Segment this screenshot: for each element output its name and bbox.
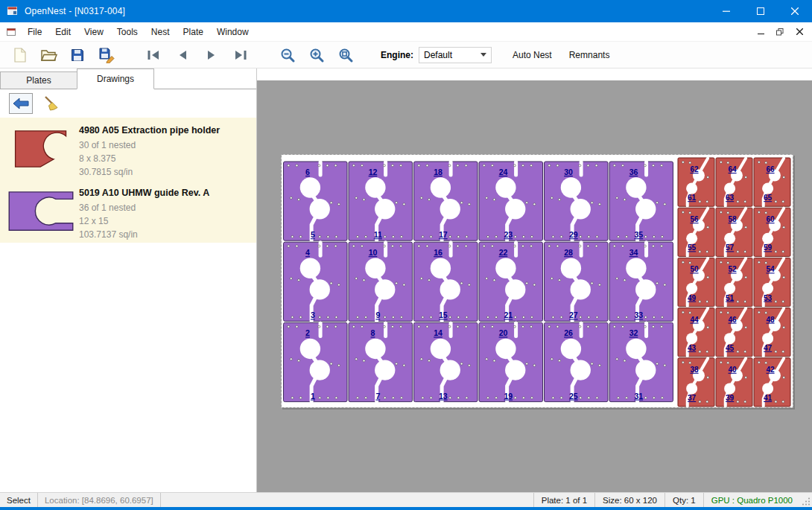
menu-bar: File Edit View Tools Nest Plate Window (0, 22, 812, 42)
nested-purple-pair[interactable]: 65 (284, 162, 348, 240)
nested-purple-pair[interactable]: 21 (284, 322, 348, 401)
nested-red-pair[interactable]: 5251 (716, 258, 752, 306)
part-area: 30.7815 sq/in (79, 165, 220, 179)
nested-red-pair[interactable]: 6665 (754, 158, 790, 206)
menu-item-nest[interactable]: Nest (145, 24, 177, 40)
svg-text:52: 52 (728, 265, 737, 273)
menu-item-window[interactable]: Window (210, 24, 256, 40)
nested-red-pair[interactable]: 4443 (678, 308, 714, 357)
close-button[interactable] (778, 0, 812, 22)
new-button[interactable] (7, 44, 31, 66)
nested-red-pair[interactable]: 5049 (678, 258, 714, 306)
nested-purple-pair[interactable]: 87 (349, 322, 413, 401)
nest-plate-svg[interactable]: 6512111817242330293635431091615222128273… (281, 154, 793, 408)
menu-item-edit[interactable]: Edit (48, 24, 77, 40)
engine-select[interactable]: Default (419, 47, 492, 63)
mdi-minimize-button[interactable] (752, 25, 769, 39)
svg-text:55: 55 (688, 243, 697, 252)
nested-red-pair[interactable]: 4039 (716, 358, 752, 407)
nested-red-pair[interactable]: 5655 (678, 208, 714, 256)
nested-purple-pair[interactable]: 1211 (349, 162, 413, 240)
nested-red-pair[interactable]: 4847 (754, 308, 790, 357)
import-drawing-button[interactable] (9, 93, 33, 114)
close-icon (791, 7, 799, 15)
menu-item-file[interactable]: File (21, 24, 48, 40)
part-item-uhmw-guide[interactable]: 5019 A10 UHMW guide Rev. A 36 of 1 neste… (0, 180, 256, 243)
nested-purple-pair[interactable]: 2221 (479, 242, 543, 321)
nav-next-button[interactable] (200, 44, 223, 66)
nested-red-pair[interactable]: 6059 (754, 208, 790, 256)
svg-text:18: 18 (434, 168, 443, 176)
nested-purple-pair[interactable]: 2827 (545, 242, 609, 321)
tab-drawings[interactable]: Drawings (77, 68, 154, 89)
nav-first-button[interactable] (142, 44, 165, 66)
part-nested-count: 36 of 1 nested (79, 201, 209, 214)
svg-text:35: 35 (634, 230, 643, 239)
svg-text:11: 11 (374, 230, 382, 239)
svg-text:51: 51 (726, 294, 735, 302)
svg-text:29: 29 (569, 230, 578, 239)
nested-purple-pair[interactable]: 1817 (414, 162, 478, 240)
nested-red-pair[interactable]: 4241 (754, 358, 790, 407)
minimize-button[interactable] (709, 0, 743, 22)
menu-item-plate[interactable]: Plate (177, 24, 210, 40)
nav-prev-button[interactable] (171, 44, 194, 66)
part-thumbnail-red (3, 119, 79, 179)
nested-purple-pair[interactable]: 43 (284, 242, 348, 321)
svg-text:53: 53 (764, 294, 773, 302)
tab-plates[interactable]: Plates (0, 71, 77, 89)
nested-purple-pair[interactable]: 3029 (545, 162, 609, 240)
menu-item-tools[interactable]: Tools (110, 24, 145, 40)
nested-purple-pair[interactable]: 2019 (479, 322, 543, 401)
zoom-out-button[interactable] (276, 44, 299, 66)
zoom-fit-button[interactable] (334, 44, 358, 66)
open-button[interactable] (37, 44, 60, 66)
nested-purple-pair[interactable]: 2423 (479, 162, 543, 240)
part-size: 12 x 15 (79, 214, 209, 228)
nested-purple-pair[interactable]: 3635 (609, 162, 673, 240)
nested-purple-pair[interactable]: 2625 (545, 322, 609, 401)
svg-text:50: 50 (690, 265, 699, 273)
nested-purple-pair[interactable]: 1413 (414, 322, 478, 401)
svg-text:54: 54 (766, 265, 775, 273)
left-panel: Plates Drawings (0, 68, 257, 492)
nested-red-pair[interactable]: 6261 (678, 158, 714, 206)
nested-purple-pair[interactable]: 3231 (609, 322, 673, 401)
menu-item-view[interactable]: View (77, 24, 110, 40)
maximize-button[interactable] (743, 0, 778, 22)
nested-purple-pair[interactable]: 109 (349, 242, 413, 321)
nested-red-pair[interactable]: 5857 (716, 208, 752, 256)
svg-text:44: 44 (690, 316, 699, 324)
svg-text:24: 24 (499, 168, 508, 176)
nested-purple-pair[interactable]: 3433 (609, 242, 673, 321)
nav-last-button[interactable] (229, 44, 253, 66)
nested-red-pair[interactable]: 4645 (716, 308, 752, 357)
save-button[interactable] (66, 44, 89, 66)
canvas-work-area[interactable]: 6512111817242330293635431091615222128273… (257, 80, 812, 492)
svg-text:34: 34 (629, 248, 638, 257)
auto-nest-button[interactable]: Auto Nest (505, 45, 559, 65)
part-thumbnail-purple (3, 182, 79, 241)
part-size: 8 x 8.375 (79, 152, 220, 165)
engine-value: Default (424, 50, 452, 60)
mdi-close-button[interactable] (791, 25, 808, 39)
save-as-button[interactable] (95, 44, 118, 66)
resize-grip[interactable] (800, 493, 812, 507)
zoom-in-button[interactable] (305, 44, 329, 66)
nested-red-pair[interactable]: 5453 (754, 258, 790, 306)
mdi-restore-button[interactable] (772, 25, 788, 39)
svg-text:33: 33 (634, 310, 643, 319)
nested-red-pair[interactable]: 6463 (716, 158, 752, 206)
nested-red-pair[interactable]: 3837 (678, 358, 714, 407)
nest-canvas[interactable]: 6512111817242330293635431091615222128273… (257, 68, 812, 492)
svg-text:39: 39 (726, 394, 735, 402)
svg-text:37: 37 (688, 394, 697, 402)
svg-text:32: 32 (629, 328, 638, 337)
remnants-button[interactable]: Remnants (562, 45, 618, 65)
first-page-icon (145, 47, 162, 63)
clean-button[interactable] (39, 93, 63, 114)
save-as-icon (98, 47, 115, 63)
part-area: 103.7137 sq/in (79, 228, 209, 241)
part-item-extraction-pipe-holder[interactable]: 4980 A05 Extraction pipe holder 30 of 1 … (0, 118, 256, 180)
nested-purple-pair[interactable]: 1615 (414, 242, 478, 321)
